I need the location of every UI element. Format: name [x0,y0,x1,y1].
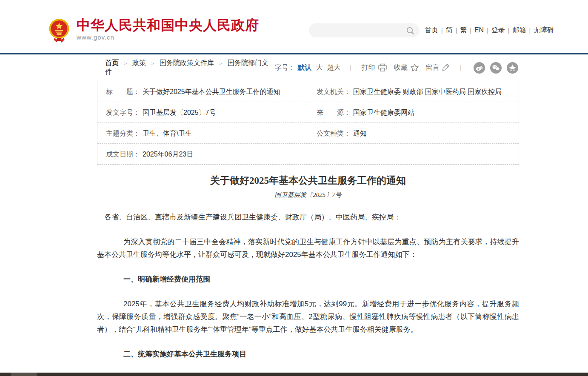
breadcrumb-policy[interactable]: 政策 [132,59,146,66]
article-paragraph: 2025年，基本公共卫生服务经费人均财政补助标准增加5元，达到99元。新增经费用… [97,298,519,336]
site-title: 中华人民共和国中央人民政府 [77,18,259,32]
breadcrumb-home[interactable]: 首页 [105,59,119,66]
breadcrumb: 首页＞政策＞国务院政策文件库＞国务院部门文件 [105,59,275,77]
meta-issuer-value: 国家卫生健康委 财政部 国家中医药局 国家疾控局 [353,81,502,102]
breadcrumb-policy-library[interactable]: 国务院政策文件库 [160,59,214,66]
article-paragraph: 为深入贯彻党的二十届三中全会精神，落实新时代党的卫生与健康工作方针中以基层为重点… [97,236,519,261]
font-size-large-button[interactable]: 大 [316,63,323,72]
meta-type-label: 公文种类： [317,123,351,143]
site-url: www.gov.cn [77,34,259,41]
top-nav: 首页|简|繁|EN|登录|邮箱|无障碍 [425,26,554,35]
toolbar-divider: | [350,64,351,71]
meta-source-value: 国家卫生健康委网站 [353,102,414,122]
meta-category-value: 卫生、体育\卫生 [143,123,192,143]
meta-row: 发文字号： 国卫基层发〔2025〕7号 来 源： 国家卫生健康委网站 [97,102,519,123]
article-title: 关于做好2025年基本公共卫生服务工作的通知 [97,174,519,187]
breadcrumb-separator-icon: ＞ [123,60,128,66]
search-icon[interactable] [406,26,414,35]
printer-icon [378,63,387,72]
main-content: 首页＞政策＞国务院政策文件库＞国务院部门文件 字号： 默认 大 超大 | 打印 … [97,61,519,376]
weibo-share-icon[interactable] [474,62,485,74]
meta-category-label: 主题分类： [106,123,140,143]
print-label: 打印 [362,63,375,72]
article-toolbar: 字号： 默认 大 超大 | 打印 收藏 留言 [275,62,518,74]
article-section-heading-2: 二、统筹实施好基本公共卫生服务项目 [97,348,519,361]
meta-issuer-label: 发文机关： [317,81,351,102]
nav-separator: | [508,27,510,34]
crumb-toolbar-row: 首页＞政策＞国务院政策文件库＞国务院部门文件 字号： 默认 大 超大 | 打印 … [97,61,519,74]
font-size-label: 字号： [275,63,295,72]
search-box[interactable] [309,23,420,37]
nav-simplified[interactable]: 简 [446,26,453,34]
article-salutation: 各省、自治区、直辖市及新疆生产建设兵团卫生健康委、财政厅（局）、中医药局、疾控局… [97,211,519,224]
meta-number-label: 发文字号： [106,102,140,122]
meta-source: 来 源： 国家卫生健康委网站 [308,102,519,122]
doc-meta-table: 标 题： 关于做好2025年基本公共卫生服务工作的通知 发文机关： 国家卫生健康… [97,81,519,165]
pencil-icon [442,63,450,72]
nav-separator: | [441,27,443,34]
star-icon [410,63,419,72]
meta-title-label: 标 题： [106,81,140,102]
scrollbar-thumb[interactable] [11,373,37,376]
search-input[interactable] [309,27,406,34]
article-section-heading-1: 一、明确新增经费使用范围 [97,273,519,286]
comment-label: 留言 [426,63,440,72]
meta-title: 标 题： 关于做好2025年基本公共卫生服务工作的通知 [97,81,308,102]
meta-row: 主题分类： 卫生、体育\卫生 公文种类： 通知 [97,123,519,144]
article-doc-number: 国卫基层发〔2025〕7号 [97,191,519,199]
meta-empty-cell [308,144,519,164]
meta-row: 成文日期： 2025年06月23日 [97,144,519,165]
favorite-button[interactable]: 收藏 [394,63,419,72]
nav-home[interactable]: 首页 [425,26,438,34]
nav-separator: | [470,27,471,34]
wechat-share-icon[interactable] [490,62,502,74]
meta-category: 主题分类： 卫生、体育\卫生 [97,123,308,143]
meta-issuer: 发文机关： 国家卫生健康委 财政部 国家中医药局 国家疾控局 [308,81,519,102]
site-header: 中华人民共和国中央人民政府 www.gov.cn 首页|简|繁|EN|登录|邮箱… [0,0,588,54]
meta-number: 发文字号： 国卫基层发〔2025〕7号 [97,102,308,122]
bottom-scrollbar [0,373,588,376]
article-body: 关于做好2025年基本公共卫生服务工作的通知 国卫基层发〔2025〕7号 各省、… [97,174,519,376]
nav-separator: | [456,27,457,34]
meta-date-value: 2025年06月23日 [143,144,193,164]
nav-separator: | [487,27,488,34]
nav-accessibility[interactable]: 无障碍 [534,26,554,34]
meta-source-label: 来 源： [317,102,351,122]
meta-type: 公文种类： 通知 [308,123,519,143]
print-button[interactable]: 打印 [362,63,387,72]
font-size-default-button[interactable]: 默认 [298,63,311,72]
national-emblem-icon [48,18,71,43]
breadcrumb-separator-icon: ＞ [218,60,223,66]
meta-number-value: 国卫基层发〔2025〕7号 [143,102,216,122]
meta-date: 成文日期： 2025年06月23日 [97,144,308,164]
comment-button[interactable]: 留言 [426,63,450,72]
meta-title-value: 关于做好2025年基本公共卫生服务工作的通知 [143,81,280,102]
site-logo[interactable]: 中华人民共和国中央人民政府 www.gov.cn [48,18,259,43]
meta-date-label: 成文日期： [106,144,140,164]
nav-english[interactable]: EN [474,26,484,34]
nav-traditional[interactable]: 繁 [460,26,467,34]
nav-mail[interactable]: 邮箱 [512,26,526,34]
nav-login[interactable]: 登录 [491,26,505,34]
share-buttons [468,62,518,74]
nav-separator: | [529,27,531,34]
font-size-xlarge-button[interactable]: 超大 [327,63,341,72]
breadcrumb-separator-icon: ＞ [150,60,155,66]
meta-type-value: 通知 [353,123,367,143]
toolbar-divider: | [460,64,462,71]
favorite-label: 收藏 [394,63,408,72]
meta-row: 标 题： 关于做好2025年基本公共卫生服务工作的通知 发文机关： 国家卫生健康… [97,81,519,102]
qzone-share-icon[interactable] [507,62,518,74]
